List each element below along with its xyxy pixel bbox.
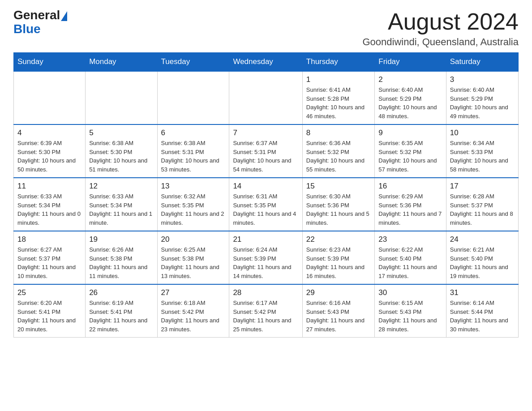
col-header-friday: Friday bbox=[375, 53, 446, 72]
calendar-cell: 25Sunrise: 6:20 AM Sunset: 5:41 PM Dayli… bbox=[14, 284, 86, 338]
day-info: Sunrise: 6:16 AM Sunset: 5:43 PM Dayligh… bbox=[306, 299, 371, 334]
col-header-thursday: Thursday bbox=[302, 53, 375, 72]
day-number: 22 bbox=[306, 235, 371, 244]
day-number: 21 bbox=[233, 235, 298, 244]
calendar-cell: 20Sunrise: 6:25 AM Sunset: 5:38 PM Dayli… bbox=[157, 231, 229, 284]
day-info: Sunrise: 6:41 AM Sunset: 5:28 PM Dayligh… bbox=[306, 86, 371, 120]
day-info: Sunrise: 6:39 AM Sunset: 5:30 PM Dayligh… bbox=[17, 139, 82, 174]
day-number: 24 bbox=[450, 235, 515, 244]
calendar-cell bbox=[14, 71, 86, 124]
day-number: 6 bbox=[161, 128, 226, 137]
day-number: 3 bbox=[450, 75, 515, 84]
day-number: 17 bbox=[450, 182, 515, 191]
week-row-4: 18Sunrise: 6:27 AM Sunset: 5:37 PM Dayli… bbox=[14, 231, 519, 284]
day-info: Sunrise: 6:17 AM Sunset: 5:42 PM Dayligh… bbox=[233, 299, 298, 334]
calendar-cell bbox=[157, 71, 229, 124]
day-info: Sunrise: 6:14 AM Sunset: 5:44 PM Dayligh… bbox=[450, 299, 515, 334]
day-info: Sunrise: 6:30 AM Sunset: 5:36 PM Dayligh… bbox=[306, 192, 371, 227]
calendar-cell: 26Sunrise: 6:19 AM Sunset: 5:41 PM Dayli… bbox=[86, 284, 157, 338]
day-info: Sunrise: 6:31 AM Sunset: 5:35 PM Dayligh… bbox=[233, 192, 298, 227]
day-info: Sunrise: 6:40 AM Sunset: 5:29 PM Dayligh… bbox=[378, 86, 442, 120]
day-info: Sunrise: 6:25 AM Sunset: 5:38 PM Dayligh… bbox=[161, 245, 226, 280]
day-info: Sunrise: 6:38 AM Sunset: 5:30 PM Dayligh… bbox=[89, 139, 153, 174]
header-right: August 2024 Goondiwindi, Queensland, Aus… bbox=[362, 9, 519, 48]
day-number: 12 bbox=[89, 182, 153, 191]
day-number: 28 bbox=[233, 288, 298, 297]
day-number: 1 bbox=[306, 75, 371, 84]
col-header-saturday: Saturday bbox=[446, 53, 518, 72]
calendar-cell: 10Sunrise: 6:34 AM Sunset: 5:33 PM Dayli… bbox=[446, 124, 518, 178]
day-number: 19 bbox=[89, 235, 153, 244]
day-number: 2 bbox=[378, 75, 442, 84]
logo: General Blue bbox=[13, 9, 67, 35]
calendar-cell: 28Sunrise: 6:17 AM Sunset: 5:42 PM Dayli… bbox=[229, 284, 302, 338]
day-info: Sunrise: 6:20 AM Sunset: 5:41 PM Dayligh… bbox=[17, 299, 82, 334]
day-info: Sunrise: 6:28 AM Sunset: 5:37 PM Dayligh… bbox=[450, 192, 515, 227]
calendar-cell: 5Sunrise: 6:38 AM Sunset: 5:30 PM Daylig… bbox=[86, 124, 157, 178]
calendar-cell: 21Sunrise: 6:24 AM Sunset: 5:39 PM Dayli… bbox=[229, 231, 302, 284]
day-info: Sunrise: 6:33 AM Sunset: 5:34 PM Dayligh… bbox=[17, 192, 82, 227]
day-info: Sunrise: 6:19 AM Sunset: 5:41 PM Dayligh… bbox=[89, 299, 153, 334]
calendar-cell: 7Sunrise: 6:37 AM Sunset: 5:31 PM Daylig… bbox=[229, 124, 302, 178]
month-title: August 2024 bbox=[362, 9, 519, 34]
calendar-cell: 22Sunrise: 6:23 AM Sunset: 5:39 PM Dayli… bbox=[302, 231, 375, 284]
week-row-5: 25Sunrise: 6:20 AM Sunset: 5:41 PM Dayli… bbox=[14, 284, 519, 338]
day-info: Sunrise: 6:18 AM Sunset: 5:42 PM Dayligh… bbox=[161, 299, 226, 334]
calendar-cell: 14Sunrise: 6:31 AM Sunset: 5:35 PM Dayli… bbox=[229, 178, 302, 231]
page-header: General Blue August 2024 Goondiwindi, Qu… bbox=[13, 9, 519, 48]
day-info: Sunrise: 6:23 AM Sunset: 5:39 PM Dayligh… bbox=[306, 245, 371, 280]
day-number: 16 bbox=[378, 182, 442, 191]
day-info: Sunrise: 6:36 AM Sunset: 5:32 PM Dayligh… bbox=[306, 139, 371, 174]
calendar-cell: 29Sunrise: 6:16 AM Sunset: 5:43 PM Dayli… bbox=[302, 284, 375, 338]
calendar-cell: 31Sunrise: 6:14 AM Sunset: 5:44 PM Dayli… bbox=[446, 284, 518, 338]
day-info: Sunrise: 6:27 AM Sunset: 5:37 PM Dayligh… bbox=[17, 245, 82, 280]
calendar-cell: 4Sunrise: 6:39 AM Sunset: 5:30 PM Daylig… bbox=[14, 124, 86, 178]
col-header-monday: Monday bbox=[86, 53, 157, 72]
logo-blue-text: Blue bbox=[13, 22, 41, 36]
day-info: Sunrise: 6:26 AM Sunset: 5:38 PM Dayligh… bbox=[89, 245, 153, 280]
logo-triangle-icon bbox=[61, 11, 67, 21]
day-number: 11 bbox=[17, 182, 82, 191]
day-info: Sunrise: 6:32 AM Sunset: 5:35 PM Dayligh… bbox=[161, 192, 226, 227]
day-number: 30 bbox=[378, 288, 442, 297]
day-info: Sunrise: 6:35 AM Sunset: 5:32 PM Dayligh… bbox=[378, 139, 442, 174]
calendar-cell bbox=[86, 71, 157, 124]
calendar-cell: 9Sunrise: 6:35 AM Sunset: 5:32 PM Daylig… bbox=[375, 124, 446, 178]
day-number: 31 bbox=[450, 288, 515, 297]
logo-general-text: General bbox=[13, 8, 60, 22]
calendar-cell: 6Sunrise: 6:38 AM Sunset: 5:31 PM Daylig… bbox=[157, 124, 229, 178]
day-number: 8 bbox=[306, 128, 371, 137]
day-number: 23 bbox=[378, 235, 442, 244]
calendar-cell: 12Sunrise: 6:33 AM Sunset: 5:34 PM Dayli… bbox=[86, 178, 157, 231]
day-info: Sunrise: 6:21 AM Sunset: 5:40 PM Dayligh… bbox=[450, 245, 515, 280]
calendar-cell: 27Sunrise: 6:18 AM Sunset: 5:42 PM Dayli… bbox=[157, 284, 229, 338]
day-info: Sunrise: 6:33 AM Sunset: 5:34 PM Dayligh… bbox=[89, 192, 153, 227]
calendar-header-row: SundayMondayTuesdayWednesdayThursdayFrid… bbox=[14, 53, 519, 72]
calendar-cell: 16Sunrise: 6:29 AM Sunset: 5:36 PM Dayli… bbox=[375, 178, 446, 231]
day-info: Sunrise: 6:29 AM Sunset: 5:36 PM Dayligh… bbox=[378, 192, 442, 227]
day-number: 4 bbox=[17, 128, 82, 137]
col-header-sunday: Sunday bbox=[14, 53, 86, 72]
calendar-table: SundayMondayTuesdayWednesdayThursdayFrid… bbox=[13, 52, 519, 338]
calendar-cell: 30Sunrise: 6:15 AM Sunset: 5:43 PM Dayli… bbox=[375, 284, 446, 338]
day-info: Sunrise: 6:15 AM Sunset: 5:43 PM Dayligh… bbox=[378, 299, 442, 334]
calendar-cell: 13Sunrise: 6:32 AM Sunset: 5:35 PM Dayli… bbox=[157, 178, 229, 231]
calendar-cell: 15Sunrise: 6:30 AM Sunset: 5:36 PM Dayli… bbox=[302, 178, 375, 231]
day-number: 13 bbox=[161, 182, 226, 191]
day-number: 20 bbox=[161, 235, 226, 244]
day-info: Sunrise: 6:40 AM Sunset: 5:29 PM Dayligh… bbox=[450, 86, 515, 120]
day-number: 10 bbox=[450, 128, 515, 137]
day-number: 5 bbox=[89, 128, 153, 137]
day-info: Sunrise: 6:24 AM Sunset: 5:39 PM Dayligh… bbox=[233, 245, 298, 280]
day-number: 26 bbox=[89, 288, 153, 297]
calendar-cell: 2Sunrise: 6:40 AM Sunset: 5:29 PM Daylig… bbox=[375, 71, 446, 124]
day-info: Sunrise: 6:38 AM Sunset: 5:31 PM Dayligh… bbox=[161, 139, 226, 174]
calendar-cell: 23Sunrise: 6:22 AM Sunset: 5:40 PM Dayli… bbox=[375, 231, 446, 284]
location-subtitle: Goondiwindi, Queensland, Australia bbox=[362, 36, 519, 48]
day-number: 15 bbox=[306, 182, 371, 191]
day-info: Sunrise: 6:37 AM Sunset: 5:31 PM Dayligh… bbox=[233, 139, 298, 174]
week-row-3: 11Sunrise: 6:33 AM Sunset: 5:34 PM Dayli… bbox=[14, 178, 519, 231]
day-number: 14 bbox=[233, 182, 298, 191]
day-number: 27 bbox=[161, 288, 226, 297]
week-row-1: 1Sunrise: 6:41 AM Sunset: 5:28 PM Daylig… bbox=[14, 71, 519, 124]
